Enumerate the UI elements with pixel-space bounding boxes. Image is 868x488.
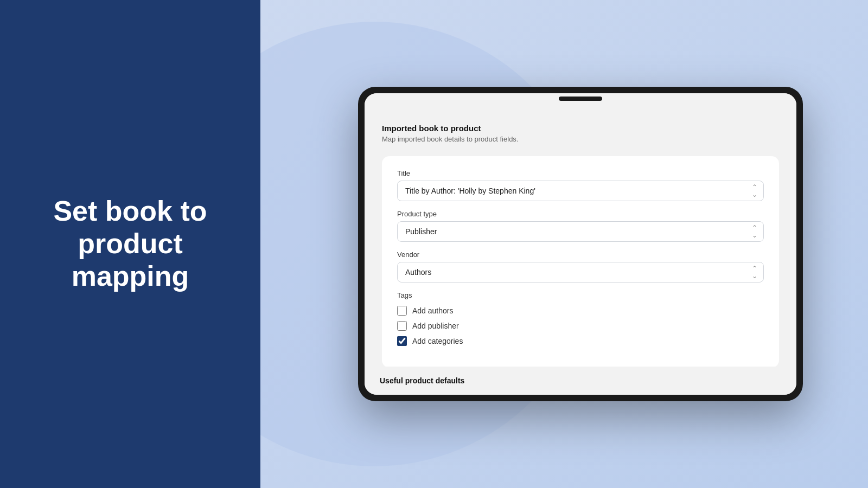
section-subtitle: Map imported book details to product fie… xyxy=(382,135,779,143)
vendor-label: Vendor xyxy=(397,251,764,259)
section-title: Imported book to product xyxy=(382,124,779,133)
add-publisher-checkbox[interactable] xyxy=(397,321,407,331)
add-publisher-label: Add publisher xyxy=(412,322,459,330)
hero-text: Set book to product mapping xyxy=(31,195,228,292)
product-type-field-group: Product type Publisher ⌃⌄ xyxy=(397,210,764,242)
tablet-notch xyxy=(559,97,602,101)
useful-defaults-title: Useful product defaults xyxy=(380,376,781,385)
add-categories-checkbox[interactable] xyxy=(397,336,407,346)
title-select-wrapper: Title by Author: 'Holly by Stephen King'… xyxy=(397,181,764,201)
tablet-top-bar xyxy=(365,93,796,108)
checkbox-group: Add authors Add publisher Add categories xyxy=(397,306,764,346)
title-label: Title xyxy=(397,169,764,177)
form-card: Title Title by Author: 'Holly by Stephen… xyxy=(382,156,779,367)
vendor-select[interactable]: Authors xyxy=(397,262,764,282)
right-panel: Imported book to product Map imported bo… xyxy=(260,0,868,488)
add-authors-checkbox[interactable] xyxy=(397,306,407,316)
section-header: Imported book to product Map imported bo… xyxy=(382,124,779,143)
section-footer: Useful product defaults xyxy=(365,367,796,395)
tablet-device: Imported book to product Map imported bo… xyxy=(358,87,803,401)
tablet-content[interactable]: Imported book to product Map imported bo… xyxy=(365,108,796,367)
title-field-group: Title Title by Author: 'Holly by Stephen… xyxy=(397,169,764,201)
add-authors-label: Add authors xyxy=(412,306,454,315)
add-categories-label: Add categories xyxy=(412,337,463,345)
product-type-label: Product type xyxy=(397,210,764,218)
add-categories-item[interactable]: Add categories xyxy=(397,336,764,346)
tablet-screen: Imported book to product Map imported bo… xyxy=(365,93,796,395)
title-select[interactable]: Title by Author: 'Holly by Stephen King' xyxy=(397,181,764,201)
left-panel: Set book to product mapping xyxy=(0,0,260,488)
product-type-select-wrapper: Publisher ⌃⌄ xyxy=(397,221,764,242)
product-type-select[interactable]: Publisher xyxy=(397,221,764,242)
tags-label: Tags xyxy=(397,291,764,299)
vendor-select-wrapper: Authors ⌃⌄ xyxy=(397,262,764,282)
vendor-field-group: Vendor Authors ⌃⌄ xyxy=(397,251,764,282)
add-authors-item[interactable]: Add authors xyxy=(397,306,764,316)
tags-field-group: Tags Add authors Add publisher xyxy=(397,291,764,346)
add-publisher-item[interactable]: Add publisher xyxy=(397,321,764,331)
